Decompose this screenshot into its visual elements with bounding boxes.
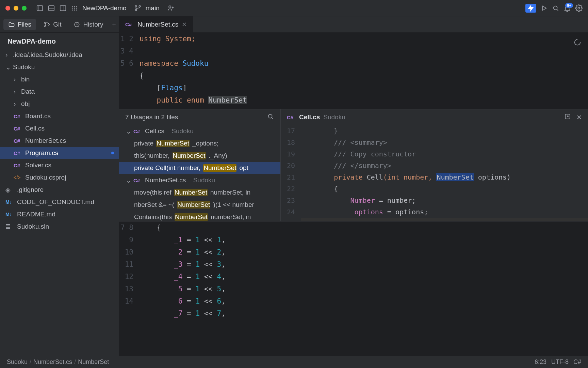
breadcrumbs[interactable]: Sudoku/NumberSet.cs/NumberSet bbox=[7, 358, 109, 366]
tree-file-csproj[interactable]: </>Sudoku.csproj bbox=[0, 171, 119, 184]
branch-name[interactable]: main bbox=[146, 4, 160, 12]
svg-point-29 bbox=[268, 114, 272, 118]
chevron-right-icon: › bbox=[5, 51, 10, 59]
usage-item[interactable]: this(number, NumberSet._Any) bbox=[119, 150, 280, 162]
usage-item[interactable]: move(this ref NumberSet numberSet, in bbox=[119, 186, 280, 199]
gutter: 7 8 9 10 11 12 13 14 bbox=[119, 221, 140, 356]
tree-file-cell[interactable]: C#Cell.cs bbox=[0, 122, 119, 135]
tab-history[interactable]: History bbox=[69, 19, 108, 30]
svg-point-8 bbox=[76, 6, 77, 7]
preview-header: C# Cell.cs Sudoku ✕ bbox=[281, 109, 588, 125]
chevron-down-icon: ⌄ bbox=[126, 127, 131, 135]
maximize-window-button[interactable] bbox=[22, 6, 27, 11]
svg-line-23 bbox=[557, 9, 558, 11]
usage-item[interactable]: Contains(this NumberSet numberSet, in bbox=[119, 211, 280, 221]
usage-item[interactable]: nberSet &= ~(NumberSet)(1 << number bbox=[119, 199, 280, 211]
xml-icon: </> bbox=[14, 175, 22, 180]
open-in-editor-icon[interactable] bbox=[564, 113, 571, 122]
tree-file-board[interactable]: C#Board.cs bbox=[0, 110, 119, 122]
gutter: 17 18 19 20 21 22 23 24 25 bbox=[281, 125, 301, 221]
chevron-right-icon: › bbox=[14, 100, 18, 108]
code-editor-top[interactable]: 1 2 3 4 5 6 using System; namespace Sudo… bbox=[119, 33, 588, 109]
editor-tabs: C# NumberSet.cs ✕ bbox=[119, 16, 588, 33]
svg-point-10 bbox=[74, 7, 75, 9]
project-name[interactable]: NewDPA-demo bbox=[82, 4, 127, 12]
project-sidebar: Files Git History ＋ NewDPA-demo ›.idea/.… bbox=[0, 16, 119, 356]
editor-tab-numberset[interactable]: C# NumberSet.cs ✕ bbox=[119, 16, 193, 32]
svg-point-16 bbox=[135, 9, 137, 11]
history-icon bbox=[74, 21, 80, 28]
tree-folder-sudoku[interactable]: ⌄Sudoku bbox=[0, 61, 119, 73]
tree-file-gitignore[interactable]: ◈.gitignore bbox=[0, 184, 119, 196]
tab-git-label: Git bbox=[53, 21, 61, 28]
tab-git[interactable]: Git bbox=[39, 19, 66, 30]
svg-point-7 bbox=[74, 6, 75, 7]
code-editor-bottom[interactable]: 7 8 9 10 11 12 13 14 { _1 = 1 << 1, _2 =… bbox=[119, 221, 588, 356]
tree-file-program[interactable]: C#Program.cs bbox=[0, 147, 119, 159]
tab-files-label: Files bbox=[18, 21, 31, 28]
chevron-down-icon: ⌄ bbox=[5, 63, 10, 71]
markdown-icon: M↓ bbox=[5, 212, 14, 217]
svg-point-17 bbox=[139, 5, 141, 7]
csharp-icon: C# bbox=[14, 163, 22, 168]
csharp-icon: C# bbox=[14, 150, 22, 156]
gutter: 1 2 3 4 5 6 bbox=[119, 33, 140, 109]
run-button[interactable] bbox=[540, 4, 548, 12]
file-encoding[interactable]: UTF-8 bbox=[551, 358, 569, 366]
svg-point-12 bbox=[72, 10, 73, 11]
usage-item-selected[interactable]: private Cell(int number, NumberSet opt bbox=[119, 162, 280, 174]
close-window-button[interactable] bbox=[5, 6, 10, 11]
usage-file-numberset[interactable]: ⌄C#NumberSet.cs Sudoku bbox=[119, 174, 280, 186]
file-language[interactable]: C# bbox=[573, 358, 581, 366]
svg-point-6 bbox=[72, 6, 73, 7]
notifications-icon[interactable]: 9+ bbox=[564, 4, 571, 12]
csharp-icon: C# bbox=[133, 128, 142, 134]
search-icon[interactable] bbox=[552, 4, 559, 12]
svg-point-24 bbox=[578, 7, 580, 9]
svg-point-14 bbox=[76, 10, 77, 11]
tree-file-numberset[interactable]: C#NumberSet.cs bbox=[0, 135, 119, 147]
tree-folder-bin[interactable]: ›bin bbox=[0, 73, 119, 86]
search-icon[interactable] bbox=[267, 113, 274, 122]
tree-file-solver[interactable]: C#Solver.cs bbox=[0, 159, 119, 171]
usage-preview: C# Cell.cs Sudoku ✕ 17 18 19 20 21 22 23… bbox=[281, 109, 588, 221]
preview-file-name: Cell.cs bbox=[299, 113, 320, 121]
usage-item[interactable]: private NumberSet _options; bbox=[119, 137, 280, 150]
close-tab-button[interactable]: ✕ bbox=[182, 21, 187, 28]
tree-folder-idea[interactable]: ›.idea/.idea.Sudoku/.idea bbox=[0, 49, 119, 61]
svg-marker-21 bbox=[542, 6, 546, 10]
ai-assistant-button[interactable] bbox=[525, 4, 536, 13]
tree-folder-obj[interactable]: ›obj bbox=[0, 98, 119, 110]
svg-rect-0 bbox=[37, 5, 43, 11]
sidebar-right-icon[interactable] bbox=[59, 4, 67, 12]
vcs-branch-icon[interactable] bbox=[134, 4, 142, 12]
project-root-label[interactable]: NewDPA-demo bbox=[0, 33, 119, 49]
tab-files[interactable]: Files bbox=[3, 19, 36, 30]
usage-file-cell[interactable]: ⌄C#Cell.cs Sudoku bbox=[119, 125, 280, 137]
add-tab-button[interactable]: ＋ bbox=[111, 20, 117, 29]
close-preview-icon[interactable]: ✕ bbox=[576, 113, 582, 121]
svg-point-11 bbox=[76, 7, 77, 9]
tree-file-conduct[interactable]: M↓CODE_OF_CONDUCT.md bbox=[0, 196, 119, 208]
apps-grid-icon[interactable] bbox=[71, 4, 78, 12]
preview-code[interactable]: 17 18 19 20 21 22 23 24 25 } /// <summar… bbox=[281, 125, 588, 221]
svg-rect-2 bbox=[49, 5, 54, 11]
tree-file-readme[interactable]: M↓README.md bbox=[0, 208, 119, 220]
cursor-position[interactable]: 6:23 bbox=[535, 358, 546, 366]
collaborator-add-icon[interactable] bbox=[167, 4, 175, 12]
svg-point-22 bbox=[554, 6, 557, 10]
sidebar-bottom-icon[interactable] bbox=[48, 4, 55, 12]
svg-point-13 bbox=[74, 10, 75, 11]
minimize-window-button[interactable] bbox=[14, 6, 18, 11]
tree-folder-data[interactable]: ›Data bbox=[0, 86, 119, 98]
csharp-icon: C# bbox=[133, 178, 142, 183]
notification-badge: 9+ bbox=[565, 3, 573, 8]
status-bar: Sudoku/NumberSet.cs/NumberSet 6:23 UTF-8… bbox=[0, 356, 588, 368]
svg-point-15 bbox=[135, 5, 137, 7]
loading-icon bbox=[574, 37, 581, 50]
sidebar-left-icon[interactable] bbox=[36, 4, 44, 12]
tree-file-sln[interactable]: ≣Sudoku.sln bbox=[0, 220, 119, 233]
file-tree: ›.idea/.idea.Sudoku/.idea ⌄Sudoku ›bin ›… bbox=[0, 49, 119, 356]
settings-icon[interactable] bbox=[575, 4, 583, 12]
svg-point-9 bbox=[72, 7, 73, 9]
